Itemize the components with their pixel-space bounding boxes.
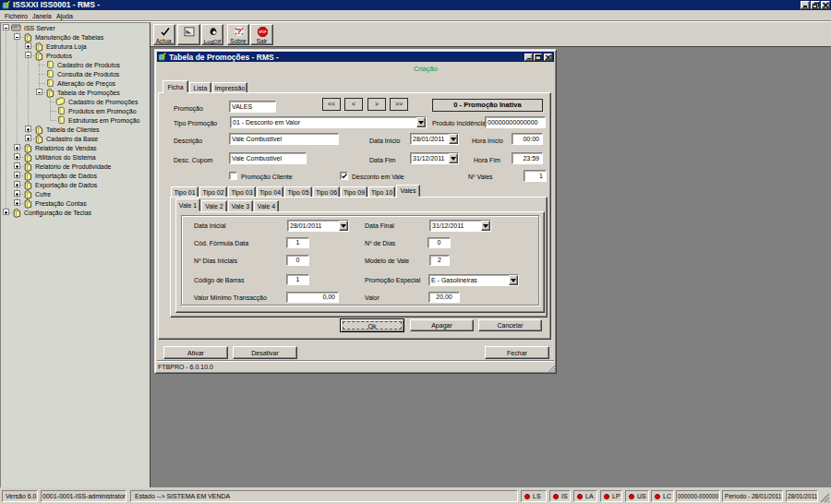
svg-text:STOP: STOP	[259, 30, 266, 34]
svg-text:?: ?	[236, 26, 242, 36]
